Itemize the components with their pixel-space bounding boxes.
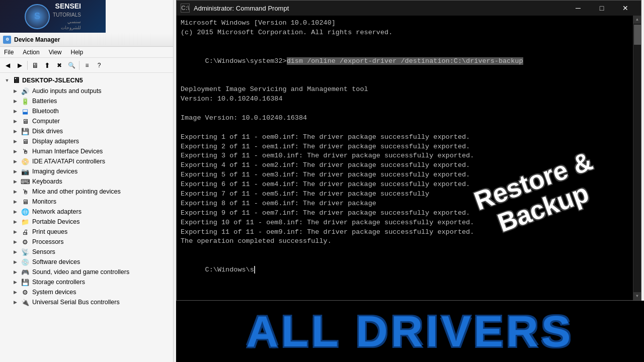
tree-item-label-1: Batteries [32, 98, 57, 105]
dm-forward-button[interactable]: ▶ [14, 60, 25, 71]
dm-properties-button[interactable]: 🖥 [30, 60, 41, 71]
cmd-close-button[interactable]: ✕ [614, 1, 637, 16]
tree-item-sensors[interactable]: ▶ 📡 Sensors [0, 247, 173, 257]
cmd-command-highlighted: dism /online /export-driver /destination… [287, 57, 523, 65]
tree-item-icon-2: ⬓ [21, 107, 30, 115]
dm-help-toolbar-button[interactable]: ? [94, 60, 105, 71]
tree-item-computer[interactable]: ▶ 🖥 Computer [0, 116, 173, 126]
tree-item-display[interactable]: ▶ 🖥 Display adapters [0, 136, 173, 146]
tree-item-print[interactable]: ▶ 🖨 Print queues [0, 227, 173, 237]
branding-text: SENSEI TUTORIALS سنسي للشروحات [53, 2, 81, 31]
cmd-titlebar: C:\ Administrator: Command Prompt ─ □ ✕ [177, 1, 641, 16]
branding-logo: S [25, 4, 50, 29]
tree-item-keyboards[interactable]: ▶ ⌨ Keyboards [0, 176, 173, 187]
tree-item-label-21: Universal Serial Bus controllers [32, 299, 120, 306]
tree-item-arrow-21: ▶ [12, 300, 18, 305]
tree-item-label-17: Software devices [32, 258, 80, 265]
cmd-restore-button[interactable]: □ [590, 1, 613, 16]
tree-item-icon-12: 🌐 [21, 208, 30, 216]
tree-item-system[interactable]: ▶ ⚙ System devices [0, 287, 173, 297]
tree-item-label-10: Mice and other pointing devices [32, 188, 121, 195]
tree-item-icon-8: 📷 [21, 167, 30, 175]
dm-app-icon: ⚙ [3, 36, 11, 44]
tree-item-arrow-16: ▶ [12, 249, 18, 254]
tree-item-imaging[interactable]: ▶ 📷 Imaging devices [0, 166, 173, 176]
tree-item-label-11: Monitors [32, 198, 56, 205]
tree-item-icon-9: ⌨ [21, 177, 30, 186]
tree-item-label-9: Keyboards [32, 178, 62, 185]
tree-item-usb[interactable]: ▶ 🔌 Universal Serial Bus controllers [0, 297, 173, 307]
tree-item-label-0: Audio inputs and outputs [32, 87, 102, 95]
dm-uninstall-button[interactable]: ✖ [54, 60, 65, 71]
cmd-line-5: Deployment Image Servicing and Managemen… [181, 85, 631, 95]
tree-item-sound[interactable]: ▶ 🎮 Sound, video and game controllers [0, 267, 173, 277]
cmd-scroll-up[interactable]: ▲ [633, 16, 641, 24]
tree-item-ide[interactable]: ▶ 📀 IDE ATA/ATAPI controllers [0, 156, 173, 166]
tree-item-arrow-1: ▶ [12, 99, 18, 104]
tree-item-icon-19: 💾 [21, 278, 30, 286]
tree-item-hid[interactable]: ▶ 🖱 Human Interface Devices [0, 146, 173, 156]
dm-title: Device Manager [14, 36, 60, 43]
dm-scan-button[interactable]: 🔍 [66, 60, 77, 71]
cmd-line-10: Exporting 1 of 11 - oem0.inf: The driver… [181, 133, 631, 142]
cmd-line-11: Exporting 2 of 11 - oem1.inf: The driver… [181, 142, 631, 152]
tree-item-arrow-10: ▶ [12, 189, 18, 194]
cmd-controls: ─ □ ✕ [567, 1, 637, 16]
cmd-line-21: The operation completed successfully. [181, 237, 631, 246]
tree-item-arrow-4: ▶ [12, 129, 18, 134]
cmd-scroll-thumb[interactable] [634, 25, 641, 45]
tree-item-network[interactable]: ▶ 🌐 Network adapters [0, 207, 173, 217]
cmd-title-text: Administrator: Command Prompt [194, 5, 289, 12]
tree-item-software[interactable]: ▶ 💿 Software devices [0, 257, 173, 267]
dm-menu-action[interactable]: Action [21, 48, 41, 57]
dm-device-tree: ▼ 🖥 DESKTOP-JSLECN5 ▶ 🔊 Audio inputs and… [0, 73, 173, 362]
tree-item-label-3: Computer [32, 118, 60, 125]
cmd-line-20: Exporting 11 of 11 - oem9.inf: The drive… [181, 228, 631, 237]
tree-item-diskdrives[interactable]: ▶ 💾 Disk drives [0, 126, 173, 136]
tree-item-icon-20: ⚙ [21, 288, 30, 296]
tree-item-batteries[interactable]: ▶ 🔋 Batteries [0, 96, 173, 106]
tree-item-label-4: Disk drives [32, 128, 63, 135]
tree-item-label-6: Human Interface Devices [32, 148, 103, 155]
cmd-line-6: Version: 10.0.10240.16384 [181, 95, 631, 104]
tree-item-arrow-18: ▶ [12, 269, 18, 275]
cmd-app-icon: C:\ [181, 4, 190, 13]
tree-computer-root[interactable]: ▼ 🖥 DESKTOP-JSLECN5 [0, 75, 173, 86]
dm-update-button[interactable]: ⬆ [42, 60, 53, 71]
tree-item-storage[interactable]: ▶ 💾 Storage controllers [0, 277, 173, 287]
tree-item-icon-6: 🖱 [21, 147, 30, 155]
dm-titlebar: ⚙ Device Manager [0, 33, 173, 47]
all-drivers-text: ALL DRIVERS [246, 309, 574, 353]
tree-item-arrow-7: ▶ [12, 159, 18, 164]
cmd-scrollbar: ▲ ▼ [633, 16, 641, 300]
dm-menu-view[interactable]: View [47, 48, 64, 57]
dm-menu-file[interactable]: File [2, 48, 16, 57]
tree-item-label-7: IDE ATA/ATAPI controllers [32, 158, 105, 165]
cmd-scroll-down[interactable]: ▼ [633, 292, 641, 300]
dm-menubar: File Action View Help [0, 47, 173, 58]
tree-item-bluetooth[interactable]: ▶ ⬓ Bluetooth [0, 106, 173, 116]
tree-item-arrow-9: ▶ [12, 179, 18, 184]
tree-item-arrow-3: ▶ [12, 119, 18, 124]
cmd-line-4 [181, 75, 631, 85]
cmd-minimize-button[interactable]: ─ [567, 1, 590, 16]
tree-computer-icon: 🖥 [12, 76, 20, 85]
tree-item-label-5: Display adapters [32, 138, 79, 145]
tree-item-icon-18: 🎮 [21, 268, 30, 276]
dm-view-button[interactable]: ≡ [82, 60, 93, 71]
cmd-prompt-final: C:\Windows\s [205, 266, 259, 274]
tree-item-portable[interactable]: ▶ 📁 Portable Devices [0, 217, 173, 227]
dm-back-button[interactable]: ◀ [2, 60, 13, 71]
tree-item-processors[interactable]: ▶ ⚙ Processors [0, 237, 173, 247]
dm-menu-help[interactable]: Help [69, 48, 86, 57]
tree-item-arrow-12: ▶ [12, 209, 18, 214]
tree-item-monitors[interactable]: ▶ 🖥 Monitors [0, 197, 173, 207]
tree-item-audio[interactable]: ▶ 🔊 Audio inputs and outputs [0, 86, 173, 96]
dm-toolbar: ◀ ▶ 🖥 ⬆ ✖ 🔍 ≡ ? [0, 58, 173, 73]
tree-item-mice[interactable]: ▶ 🖱 Mice and other pointing devices [0, 187, 173, 197]
cmd-title-left: C:\ Administrator: Command Prompt [181, 4, 289, 13]
tree-item-icon-11: 🖥 [21, 198, 30, 206]
tree-item-arrow-0: ▶ [12, 88, 18, 94]
tree-computer-label: DESKTOP-JSLECN5 [22, 77, 83, 84]
tree-item-label-13: Portable Devices [32, 218, 80, 225]
